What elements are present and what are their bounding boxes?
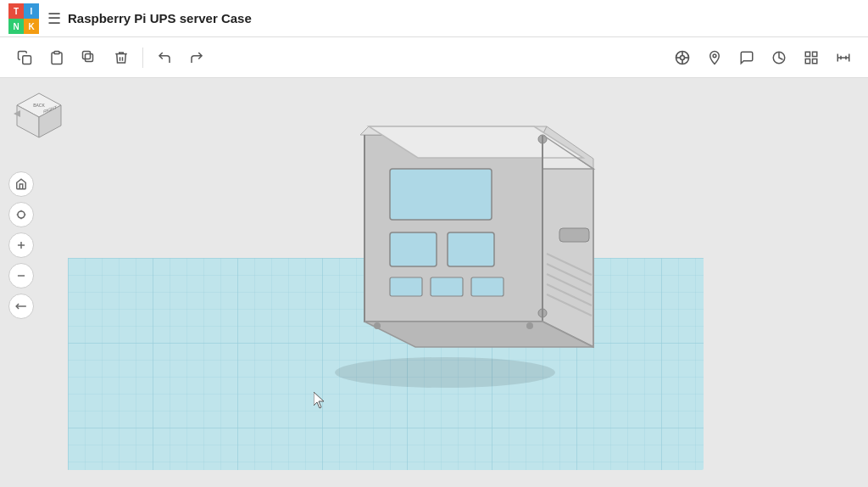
svg-rect-39 [559,228,589,242]
left-tools [8,171,34,319]
svg-rect-42 [448,232,494,266]
toolbar-right [668,43,858,72]
toolbar [0,37,868,78]
svg-point-65 [18,211,25,218]
svg-rect-10 [86,53,93,61]
svg-rect-40 [390,169,492,220]
svg-point-32 [335,357,555,388]
project-title: Raspberry Pi UPS server Case [68,11,252,25]
svg-text:BACK: BACK [33,103,45,108]
comment-button[interactable] [732,43,761,72]
svg-rect-41 [390,232,437,266]
svg-rect-20 [805,52,810,56]
svg-rect-11 [83,51,91,59]
grid-button[interactable] [797,43,826,72]
svg-rect-23 [813,59,817,63]
viewport[interactable]: RIGHT BACK [0,78,868,487]
svg-point-13 [681,55,685,59]
svg-rect-43 [390,277,422,296]
svg-text:K: K [28,22,35,31]
svg-point-18 [713,53,716,57]
redo-button[interactable] [182,43,211,72]
zoom-in-button[interactable] [8,232,34,258]
copy-button[interactable] [10,43,39,72]
undo-button[interactable] [150,43,179,72]
location-button[interactable] [700,43,729,72]
paste-button[interactable] [42,43,71,72]
svg-rect-21 [813,52,817,56]
svg-point-57 [374,322,381,329]
svg-rect-8 [23,55,31,64]
home-button[interactable] [8,171,34,197]
svg-rect-22 [805,59,810,63]
tinkercad-logo: T I N K [8,3,39,34]
svg-text:N: N [13,22,19,31]
measure-button[interactable] [829,43,858,72]
delete-button[interactable] [107,43,136,72]
fit-button[interactable] [8,202,34,227]
zoom-out-button[interactable] [8,263,34,288]
svg-rect-45 [471,277,504,296]
svg-point-58 [526,322,533,329]
topbar: T I N K ☰ Raspberry Pi UPS server Case [0,0,868,37]
duplicate-button[interactable] [75,43,103,72]
menu-icon[interactable]: ☰ [47,9,61,28]
svg-text:T: T [14,7,19,16]
svg-rect-9 [54,51,59,53]
svg-text:I: I [31,7,33,16]
orientation-cube[interactable]: RIGHT BACK [12,90,66,144]
3d-model [280,84,610,389]
view3d-button[interactable] [668,43,697,72]
svg-rect-44 [431,277,463,296]
reset-button[interactable] [8,294,34,319]
shape-button[interactable] [765,43,793,72]
